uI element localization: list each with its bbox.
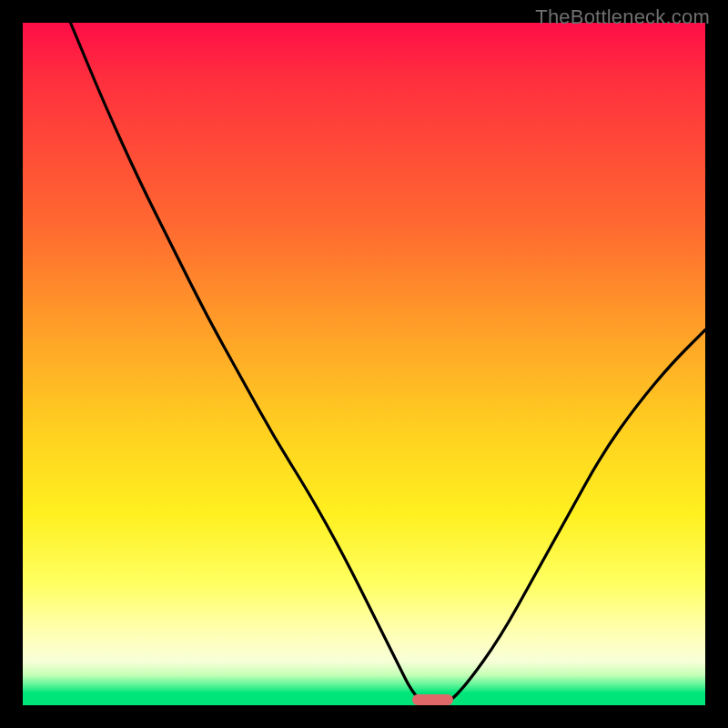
chart-frame: TheBottleneck.com — [0, 0, 728, 728]
plot-area — [23, 23, 705, 705]
watermark-text: TheBottleneck.com — [535, 5, 710, 29]
selected-range-marker — [412, 694, 453, 705]
bottleneck-curve — [23, 23, 705, 705]
curve-path — [71, 23, 706, 705]
